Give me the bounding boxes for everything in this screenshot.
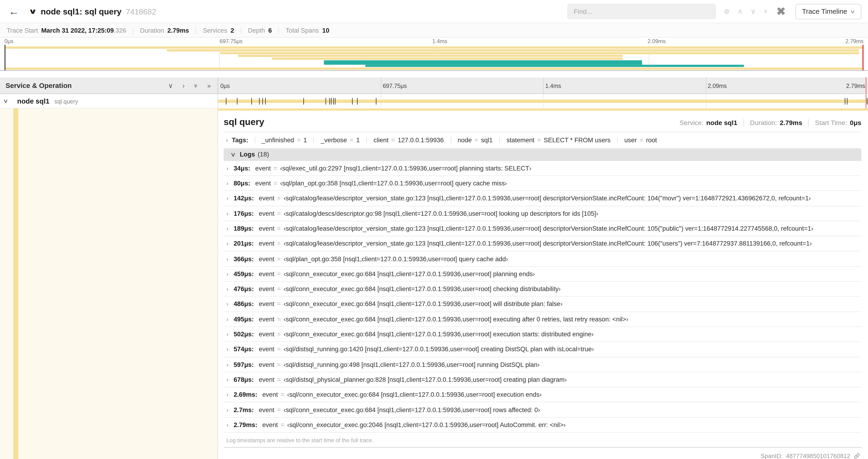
log-row[interactable]: › 486μs: event = ‹sql/conn_executor_exec… <box>223 297 861 312</box>
log-marker-tick <box>331 98 332 104</box>
back-button[interactable]: ← <box>6 5 22 18</box>
log-row[interactable]: › 502μs: event = ‹sql/conn_executor_exec… <box>223 327 861 342</box>
expand-all-icon[interactable]: » <box>207 81 211 89</box>
detail-duration-label: Duration: <box>750 119 777 126</box>
log-row[interactable]: › 459μs: event = ‹sql/conn_executor_exec… <box>223 267 861 282</box>
logs-section-header[interactable]: ∨ Logs (18) <box>223 148 861 161</box>
ruler-tick: 2.79ms <box>844 82 868 89</box>
log-row[interactable]: › 495μs: event = ‹sql/conn_executor_exec… <box>223 312 861 327</box>
minimap-span-bar <box>4 46 864 48</box>
log-marker-tick <box>259 98 259 104</box>
minimap-tick: 1.4ms <box>432 38 447 44</box>
prev-result-icon[interactable]: ∧ <box>738 7 743 15</box>
minimap-tick: 0μs <box>4 38 13 44</box>
span-bar-row[interactable] <box>218 94 868 108</box>
log-row[interactable]: › 34μs: event = ‹sql/exec_util.go:2297 [… <box>223 161 861 176</box>
chevron-right-icon: › <box>226 240 234 247</box>
trace-view-dropdown[interactable]: Trace Timeline ∨ <box>796 3 862 19</box>
equals-sign: = <box>277 286 281 292</box>
depth-value: 6 <box>268 27 272 33</box>
log-row[interactable]: › 366μs: event = ‹sql/plan_opt.go:358 [n… <box>223 252 861 267</box>
trace-start-value: March 31 2022, 17:25:09 <box>41 27 114 33</box>
link-icon[interactable] <box>854 453 860 459</box>
log-row[interactable]: › 201μs: event = ‹sql/catalog/lease/desc… <box>223 236 861 252</box>
log-row[interactable]: › 80μs: event = ‹sql/plan_opt.go:358 [ns… <box>223 176 861 191</box>
expanded-row-tint <box>0 108 217 459</box>
equals-sign: = <box>277 406 281 413</box>
chevron-right-icon: › <box>226 421 234 428</box>
equals-sign: = <box>277 195 281 201</box>
equals-sign: = <box>391 136 395 143</box>
log-row[interactable]: › 678μs: event = ‹sql/distsql_physical_p… <box>223 372 861 387</box>
duration-value: 2.79ms <box>167 27 189 33</box>
tags-row[interactable]: › Tags: _unfinished=1 _verbose=1 <box>223 135 861 148</box>
minimap-span-bar <box>167 49 859 51</box>
timeline-header-row: Service & Operation ∨ › » » 0μs 697.75μs… <box>0 77 868 94</box>
equals-sign: = <box>277 210 281 217</box>
logs-count: (18) <box>257 151 269 158</box>
span-id-value: 4877749850101760812 <box>786 453 850 459</box>
span-service-name: node sql1 <box>17 97 50 105</box>
services-label: Services <box>203 27 227 33</box>
trace-title: node sql1: sql query <box>41 6 122 16</box>
log-row[interactable]: › 597μs: event = ‹sql/distsql_running.go… <box>223 357 861 372</box>
depth-label: Depth <box>248 27 265 33</box>
collapse-all-icon[interactable]: » <box>192 84 200 88</box>
minimap-span-bar <box>220 52 859 54</box>
log-row[interactable]: › 142μs: event = ‹sql/catalog/lease/desc… <box>223 191 861 206</box>
chevron-right-icon: › <box>226 316 234 322</box>
minimap-span-bar <box>324 60 642 63</box>
log-row[interactable]: › 2.69ms: event = ‹sql/conn_executor_exe… <box>223 387 861 402</box>
detail-start-time: Start Time: 0μs <box>808 119 861 126</box>
clear-search-icon[interactable]: × <box>764 7 768 15</box>
log-row[interactable]: › 2.79ms: event = ‹sql/conn_executor_exe… <box>223 418 861 433</box>
ruler-tick: 1.4ms <box>543 82 561 89</box>
trace-minimap[interactable] <box>0 45 868 71</box>
logs-note: Log timestamps are relative to the start… <box>223 433 861 445</box>
equals-sign: = <box>350 136 353 143</box>
equals-sign: = <box>277 270 281 277</box>
next-result-icon[interactable]: ∨ <box>750 7 756 15</box>
minimap-right-scrubber[interactable] <box>862 45 864 70</box>
total-spans-label: Total Spans <box>286 27 319 33</box>
equals-sign: = <box>297 136 301 143</box>
chevron-right-icon: › <box>226 361 234 368</box>
viewport-end-marker <box>866 77 866 94</box>
expand-one-icon[interactable]: › <box>183 81 185 89</box>
detail-span-title: sql query <box>223 117 264 127</box>
log-marker-tick <box>867 98 867 104</box>
detail-service-value: node sql1 <box>706 119 737 126</box>
log-row[interactable]: › 2.7ms: event = ‹sql/conn_executor_exec… <box>223 402 861 418</box>
trace-start-group: Trace Start March 31 2022, 17:25:09 .326 <box>6 27 126 33</box>
span-name-row[interactable]: ∨ node sql1 sql query <box>0 94 217 108</box>
log-row[interactable]: › 189μs: event = ‹sql/catalog/lease/desc… <box>223 221 861 236</box>
chevron-right-icon: › <box>226 406 234 413</box>
minimap-tick-labels: 0μs 697.75μs 1.4ms 2.09ms 2.79ms <box>0 38 868 45</box>
detail-service-label: Service: <box>679 119 704 126</box>
collapse-one-icon[interactable]: ∨ <box>168 81 173 89</box>
log-marker-tick <box>352 98 352 104</box>
log-row[interactable]: › 574μs: event = ‹sql/distsql_running.go… <box>223 342 861 357</box>
equals-sign: = <box>277 301 281 307</box>
log-row[interactable]: › 476μs: event = ‹sql/conn_executor_exec… <box>223 282 861 297</box>
equals-sign: = <box>277 316 281 322</box>
equals-sign: = <box>277 361 281 368</box>
minimap-tick: 697.75μs <box>220 38 242 44</box>
keyboard-shortcuts-button[interactable]: ⌘ <box>777 6 785 17</box>
span-toggle-icon[interactable]: ∨ <box>3 98 14 104</box>
minimap-canvas <box>4 45 864 70</box>
chevron-down-icon: ∨ <box>230 151 236 158</box>
minimap-left-scrubber[interactable] <box>4 45 6 70</box>
trace-body: ∨ node sql1 sql query <box>0 94 868 459</box>
log-row[interactable]: › 176μs: event = ‹sql/catalog/descs/desc… <box>223 206 861 221</box>
find-input[interactable] <box>568 4 716 19</box>
logs-list: › 34μs: event = ‹sql/exec_util.go:2297 [… <box>223 161 861 433</box>
zoom-to-match-icon[interactable]: ⊕ <box>724 7 730 15</box>
tag-item: _verbose=1 <box>314 136 366 143</box>
equals-sign: = <box>281 391 284 398</box>
span-names-column: ∨ node sql1 sql query <box>0 94 218 459</box>
span-detail-card: sql query Service: node sql1 Duration: 2… <box>223 113 861 448</box>
trace-collapse-icon[interactable]: ∨ <box>28 7 37 15</box>
equals-sign: = <box>277 255 281 262</box>
detail-duration: Duration: 2.79ms <box>743 119 802 126</box>
